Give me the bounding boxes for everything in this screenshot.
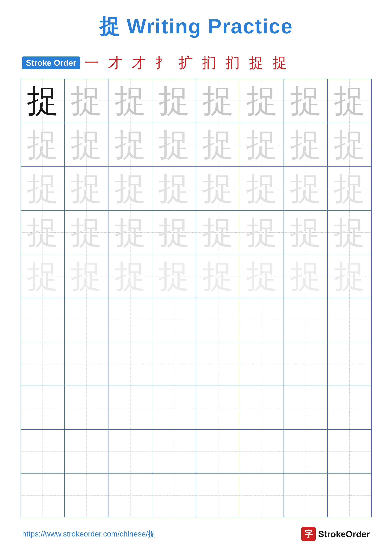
footer-logo: 字 StrokeOrder bbox=[301, 527, 370, 541]
table-row: 捉 捉 捉 捉 捉 捉 捉 捉 bbox=[21, 123, 371, 167]
practice-char: 捉 bbox=[71, 171, 102, 206]
grid-cell bbox=[21, 342, 64, 386]
grid-cell bbox=[284, 386, 328, 430]
grid-cell bbox=[240, 473, 284, 517]
grid-cell: 捉 bbox=[64, 167, 108, 210]
practice-char: 捉 bbox=[27, 259, 58, 294]
grid-cell bbox=[240, 342, 284, 386]
grid-cell bbox=[108, 386, 152, 430]
grid-cell bbox=[108, 430, 152, 473]
grid-cell: 捉 bbox=[284, 254, 328, 298]
table-row bbox=[21, 473, 371, 517]
grid-cell: 捉 bbox=[284, 167, 328, 210]
practice-char: 捉 bbox=[202, 259, 234, 294]
practice-char: 捉 bbox=[334, 83, 365, 118]
grid-cell: 捉 bbox=[240, 79, 284, 123]
grid-cell: 捉 bbox=[21, 210, 64, 254]
grid-cell bbox=[152, 430, 196, 473]
grid-cell: 捉 bbox=[152, 254, 196, 298]
grid-cell: 捉 bbox=[21, 79, 64, 123]
grid-cell: 捉 bbox=[21, 167, 64, 210]
practice-char: 捉 bbox=[246, 259, 278, 294]
grid-cell bbox=[64, 298, 108, 342]
practice-char: 捉 bbox=[290, 259, 321, 294]
grid-cell bbox=[240, 386, 284, 430]
grid-cell bbox=[108, 473, 152, 517]
logo-text: StrokeOrder bbox=[318, 529, 370, 539]
title-chinese-char: 捉 Writing Practice bbox=[99, 15, 293, 38]
grid-cell bbox=[152, 473, 196, 517]
grid-cell bbox=[108, 298, 152, 342]
table-row: 捉 捉 捉 捉 捉 捉 捉 捉 bbox=[21, 210, 371, 254]
grid-cell bbox=[196, 298, 240, 342]
table-row: 捉 捉 捉 捉 捉 捉 捉 捉 bbox=[21, 254, 371, 298]
footer-url: https://www.strokeorder.com/chinese/捉 bbox=[22, 529, 156, 539]
page: 捉 Writing Practice Stroke Order 一 才 才 扌 … bbox=[0, 0, 392, 555]
practice-char: 捉 bbox=[158, 215, 190, 250]
grid-cell: 捉 bbox=[21, 123, 64, 167]
practice-char: 捉 bbox=[71, 83, 102, 118]
practice-char: 捉 bbox=[334, 127, 365, 162]
practice-grid: 捉 捉 捉 捉 捉 捉 捉 捉 捉 捉 捉 捉 捉 捉 捉 捉 捉 捉 捉 捉 … bbox=[21, 79, 372, 517]
grid-cell bbox=[21, 298, 64, 342]
practice-char: 捉 bbox=[334, 259, 365, 294]
grid-cell bbox=[21, 473, 64, 517]
grid-cell bbox=[240, 430, 284, 473]
practice-char: 捉 bbox=[202, 83, 234, 118]
grid-cell bbox=[284, 430, 328, 473]
grid-cell bbox=[328, 386, 371, 430]
grid-cell: 捉 bbox=[108, 123, 152, 167]
grid-cell: 捉 bbox=[328, 210, 371, 254]
grid-cell bbox=[196, 473, 240, 517]
table-row bbox=[21, 386, 371, 430]
grid-cell: 捉 bbox=[284, 210, 328, 254]
practice-char: 捉 bbox=[114, 171, 146, 206]
grid-cell: 捉 bbox=[196, 79, 240, 123]
grid-cell bbox=[240, 298, 284, 342]
grid-cell bbox=[64, 473, 108, 517]
grid-cell: 捉 bbox=[284, 79, 328, 123]
grid-cell: 捉 bbox=[64, 210, 108, 254]
grid-cell: 捉 bbox=[240, 123, 284, 167]
grid-cell: 捉 bbox=[108, 210, 152, 254]
grid-cell: 捉 bbox=[328, 123, 371, 167]
table-row: 捉 捉 捉 捉 捉 捉 捉 捉 bbox=[21, 79, 371, 123]
practice-char: 捉 bbox=[246, 215, 278, 250]
grid-cell bbox=[284, 473, 328, 517]
table-row bbox=[21, 298, 371, 342]
grid-cell: 捉 bbox=[284, 123, 328, 167]
practice-char: 捉 bbox=[114, 259, 146, 294]
grid-cell bbox=[152, 298, 196, 342]
grid-cell: 捉 bbox=[64, 123, 108, 167]
footer: https://www.strokeorder.com/chinese/捉 字 … bbox=[19, 527, 373, 541]
grid-cell bbox=[196, 342, 240, 386]
practice-char: 捉 bbox=[246, 171, 278, 206]
grid-cell: 捉 bbox=[240, 254, 284, 298]
grid-cell: 捉 bbox=[152, 123, 196, 167]
practice-char: 捉 bbox=[71, 127, 102, 162]
grid-cell: 捉 bbox=[196, 254, 240, 298]
grid-cell bbox=[284, 342, 328, 386]
practice-char: 捉 bbox=[290, 83, 321, 118]
table-row bbox=[21, 342, 371, 386]
practice-char: 捉 bbox=[71, 259, 102, 294]
practice-char: 捉 bbox=[202, 127, 234, 162]
practice-char: 捉 bbox=[334, 215, 365, 250]
practice-char: 捉 bbox=[246, 83, 278, 118]
practice-char: 捉 bbox=[158, 127, 190, 162]
practice-char: 捉 bbox=[27, 127, 58, 162]
grid-cell bbox=[328, 430, 371, 473]
practice-char: 捉 bbox=[158, 83, 190, 118]
grid-cell bbox=[284, 298, 328, 342]
table-row bbox=[21, 430, 371, 473]
grid-cell bbox=[152, 342, 196, 386]
grid-cell bbox=[196, 430, 240, 473]
logo-icon: 字 bbox=[301, 527, 316, 541]
grid-cell: 捉 bbox=[196, 123, 240, 167]
grid-cell bbox=[328, 473, 371, 517]
practice-char: 捉 bbox=[290, 127, 321, 162]
practice-char: 捉 bbox=[290, 171, 321, 206]
practice-char: 捉 bbox=[27, 83, 58, 118]
grid-cell: 捉 bbox=[328, 79, 371, 123]
practice-char: 捉 bbox=[246, 127, 278, 162]
